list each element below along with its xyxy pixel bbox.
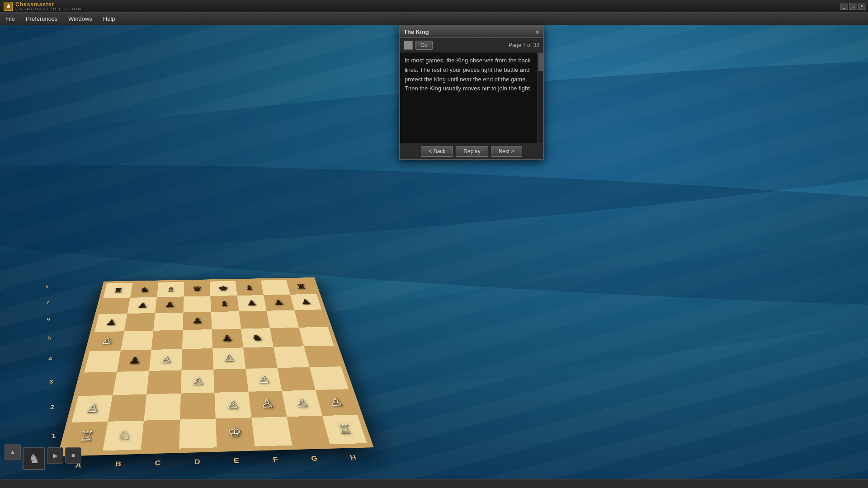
cell-4-2[interactable]: ♙ [149,349,182,371]
cell-1-5[interactable]: ♟ [237,295,266,311]
chess-piece-icon: ♞ [23,447,45,470]
stop-button[interactable]: ■ [65,447,81,464]
cell-5-4[interactable] [213,369,248,393]
cell-0-6[interactable] [261,280,290,295]
cell-4-1[interactable]: ♟ [117,350,151,372]
cell-6-4[interactable]: ♙ [214,392,251,418]
piece-0-4: ♚ [218,285,228,291]
cell-2-1[interactable] [124,313,155,331]
go-button[interactable]: Go [415,41,433,50]
cell-6-3[interactable] [180,393,216,419]
back-button[interactable]: < Back [421,146,453,157]
piece-3-0: ♙ [100,337,113,345]
cell-2-5[interactable] [239,311,270,329]
cell-7-4[interactable]: ♔ [216,418,255,447]
panel-close-button[interactable]: × [536,28,539,36]
cell-3-0[interactable]: ♙ [90,331,124,351]
cell-7-7[interactable]: ♖ [322,415,367,444]
cell-2-3[interactable]: ♟ [183,312,212,330]
cell-2-0[interactable]: ♟ [94,314,127,332]
cell-0-3[interactable]: ♛ [184,282,210,297]
cell-1-7[interactable]: ♟ [290,294,321,310]
minimize-button[interactable]: _ [840,3,848,10]
cell-5-3[interactable]: ♙ [181,369,215,393]
scrollbar-thumb[interactable] [538,53,543,71]
cell-3-3[interactable] [182,329,213,349]
menu-preferences[interactable]: Preferences [20,14,63,24]
cell-3-5[interactable]: ♞ [241,328,274,347]
panel-content: In most games, the King observes from th… [400,52,543,143]
maximize-button[interactable]: □ [849,3,857,10]
cell-6-1[interactable] [108,394,146,422]
chess-board[interactable]: ♜♞♗♛♚♝♜♟♟♝♟♟♟♟♟♙♟♞♟♙♙♙♙♙♙♙♙♙♖♘♔♖ [57,277,374,456]
cell-6-5[interactable]: ♙ [248,391,287,418]
piece-4-4: ♙ [222,354,235,363]
cell-3-6[interactable] [270,328,304,347]
rank-5: 5 [46,336,53,341]
next-button[interactable]: Next > [491,146,522,157]
cell-3-4[interactable]: ♟ [212,328,243,348]
close-button[interactable]: × [858,3,866,10]
piece-1-7: ♟ [299,298,311,305]
cell-6-0[interactable]: ♙ [71,395,112,422]
replay-button[interactable]: Replay [456,146,488,157]
cell-0-0[interactable]: ♜ [103,283,132,298]
cell-2-2[interactable] [153,313,183,331]
piece-0-1: ♞ [139,286,150,293]
piece-3-5: ♞ [250,333,263,342]
cell-0-7[interactable]: ♜ [286,279,316,294]
cell-4-3[interactable] [181,348,213,370]
cell-4-7[interactable] [304,346,341,367]
cell-4-5[interactable] [243,347,278,369]
cell-5-7[interactable] [309,366,349,390]
cell-5-0[interactable] [78,372,117,396]
piece-3-4: ♟ [221,334,233,342]
arrow-up-button[interactable]: ▲ [5,444,21,460]
cell-0-2[interactable]: ♗ [157,282,184,297]
cell-0-4[interactable]: ♚ [210,281,237,296]
play-button[interactable]: ▶ [47,447,63,464]
piece-0-7: ♜ [295,284,307,290]
cell-4-4[interactable]: ♙ [212,347,245,369]
cell-3-1[interactable] [121,331,154,351]
menu-windows[interactable]: Windows [63,14,98,24]
menu-file[interactable]: File [0,14,20,24]
cell-7-3[interactable] [179,418,217,449]
cell-7-2[interactable] [141,419,179,450]
cell-3-7[interactable] [299,327,334,346]
cell-7-5[interactable] [251,417,292,446]
cell-1-4[interactable]: ♝ [210,296,239,312]
panel-scrollbar[interactable] [538,52,543,143]
cell-6-7[interactable]: ♙ [315,389,357,415]
cell-4-6[interactable] [274,346,309,368]
cell-4-0[interactable] [84,351,120,373]
cell-0-5[interactable]: ♝ [235,281,263,296]
cell-5-5[interactable]: ♙ [245,368,282,392]
file-f: F [270,456,280,464]
cell-1-2[interactable]: ♟ [155,296,184,313]
cell-2-7[interactable] [294,310,328,327]
cell-3-2[interactable] [151,330,183,350]
piece-6-4: ♙ [226,399,240,410]
cell-5-1[interactable] [113,371,149,395]
cell-5-6[interactable] [278,367,316,391]
panel-toolbar: Go Page 7 of 32 [400,38,543,52]
cell-0-1[interactable]: ♞ [130,282,159,298]
cell-5-2[interactable] [146,370,181,394]
piece-0-3: ♛ [192,286,202,292]
cell-1-0[interactable] [99,298,130,314]
menu-help[interactable]: Help [98,14,121,24]
piece-2-3: ♟ [192,317,203,324]
cell-2-6[interactable] [267,310,299,328]
cell-1-3[interactable] [183,296,211,312]
piece-1-1: ♟ [137,302,148,309]
board-grid[interactable]: ♜♞♗♛♚♝♜♟♟♝♟♟♟♟♟♙♟♞♟♙♙♙♙♙♙♙♙♙♖♘♔♖ [57,277,374,456]
cell-1-1[interactable]: ♟ [127,297,157,314]
cell-7-1[interactable]: ♘ [103,420,144,450]
cell-6-2[interactable] [144,394,180,421]
cell-1-6[interactable]: ♟ [264,295,294,311]
rank-labels: 8 7 6 5 4 3 2 1 [44,279,59,452]
titlebar: ♔ Chessmaster GRANDMASTER EDITION _ □ × [0,0,868,13]
tutorial-panel: The King × Go Page 7 of 32 In most games… [399,25,544,160]
cell-2-4[interactable] [211,311,241,329]
